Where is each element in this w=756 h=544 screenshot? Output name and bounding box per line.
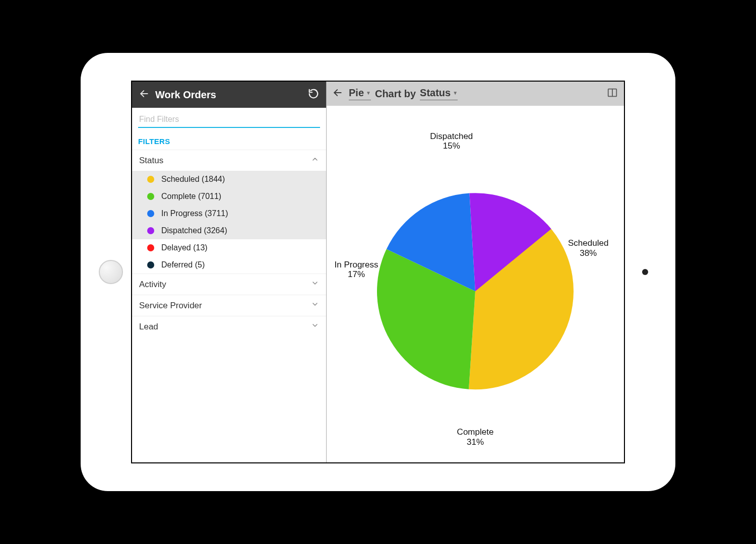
filter-section-label: Status (139, 156, 163, 166)
search-row (132, 108, 326, 130)
status-color-dot (147, 176, 154, 183)
back-icon[interactable] (139, 89, 149, 101)
back-icon[interactable] (333, 88, 343, 100)
left-header: Work Orders (132, 82, 326, 108)
page-title: Work Orders (155, 89, 308, 101)
filter-section-activity[interactable]: Activity (132, 274, 326, 295)
status-filter-item[interactable]: Deferred (5) (132, 256, 326, 274)
status-filter-item[interactable]: Delayed (13) (132, 239, 326, 256)
group-by-label: Status (420, 87, 451, 99)
caret-down-icon: ▼ (366, 90, 371, 96)
status-filter-item[interactable]: Complete (7011) (132, 188, 326, 205)
chart-by-word: Chart by (375, 88, 416, 100)
layout-split-icon[interactable] (607, 87, 618, 100)
status-color-dot (147, 227, 154, 234)
chevron-down-icon (311, 300, 319, 311)
home-button[interactable] (99, 260, 123, 284)
filter-section-label: Service Provider (139, 301, 202, 311)
right-pane: Pie ▼ Chart by Status ▼ Scheduled38%Comp… (327, 82, 624, 462)
chevron-down-icon (311, 279, 319, 290)
right-header: Pie ▼ Chart by Status ▼ (327, 82, 624, 106)
caret-down-icon: ▼ (453, 90, 458, 96)
status-item-label: Delayed (13) (161, 243, 208, 252)
status-color-dot (147, 193, 154, 200)
camera-dot (642, 269, 648, 275)
status-items: Scheduled (1844)Complete (7011)In Progre… (132, 171, 326, 274)
left-pane: Work Orders FILTERS Status Scheduled (18… (132, 82, 327, 462)
status-item-label: Dispatched (3264) (161, 226, 227, 235)
filter-section-lead[interactable]: Lead (132, 316, 326, 337)
status-color-dot (147, 261, 154, 268)
status-filter-item[interactable]: Dispatched (3264) (132, 222, 326, 239)
group-by-dropdown[interactable]: Status ▼ (420, 87, 458, 100)
search-input[interactable] (138, 112, 320, 128)
status-item-label: Deferred (5) (161, 260, 205, 269)
filter-section-status[interactable]: Status (132, 150, 326, 171)
status-filter-item[interactable]: Scheduled (1844) (132, 171, 326, 188)
refresh-icon[interactable] (308, 88, 319, 101)
chart-area: Scheduled38%Complete31%In Progress17%Dis… (327, 106, 624, 462)
filter-section-label: Activity (139, 280, 166, 290)
status-item-label: Scheduled (1844) (161, 175, 225, 184)
status-color-dot (147, 210, 154, 217)
pie-chart (327, 106, 624, 462)
chevron-up-icon (311, 155, 319, 166)
status-filter-item[interactable]: In Progress (3711) (132, 205, 326, 222)
tablet-frame: Work Orders FILTERS Status Scheduled (18… (81, 53, 675, 491)
chart-type-dropdown[interactable]: Pie ▼ (349, 87, 371, 100)
chart-type-label: Pie (349, 87, 364, 99)
status-item-label: In Progress (3711) (161, 209, 228, 218)
screen: Work Orders FILTERS Status Scheduled (18… (131, 81, 625, 463)
filter-section-label: Lead (139, 322, 158, 332)
filter-section-service-provider[interactable]: Service Provider (132, 295, 326, 316)
filters-heading: FILTERS (132, 130, 326, 150)
status-item-label: Complete (7011) (161, 192, 221, 201)
chevron-down-icon (311, 321, 319, 332)
status-color-dot (147, 244, 154, 251)
